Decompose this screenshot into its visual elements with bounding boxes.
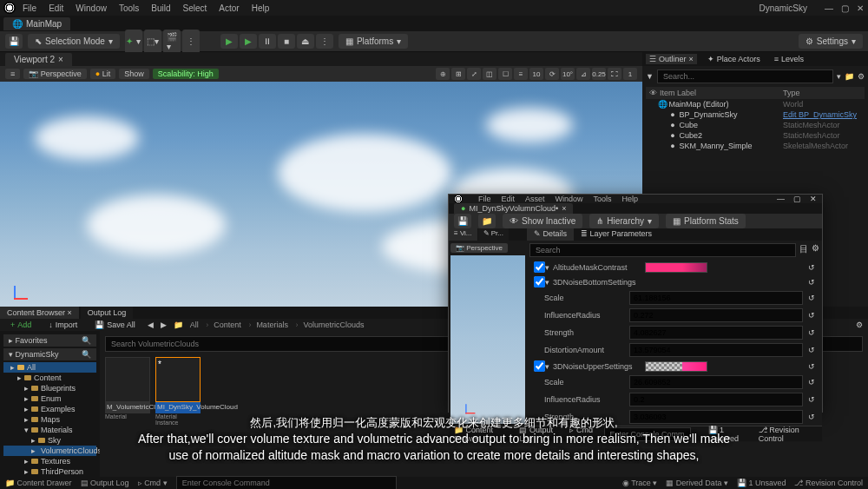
level-tab-mainmap[interactable]: 🌐 MainMap bbox=[3, 17, 70, 30]
save-button[interactable]: 💾 bbox=[454, 214, 471, 228]
reset-icon[interactable]: ↺ bbox=[808, 263, 815, 272]
breadcrumb-item[interactable]: All bbox=[190, 320, 209, 329]
reset-icon[interactable]: ↺ bbox=[803, 328, 815, 337]
tab-content-browser[interactable]: Content Browser × bbox=[0, 307, 79, 319]
reset-icon[interactable]: ↺ bbox=[803, 346, 815, 354]
gear-icon[interactable]: ⚙ bbox=[812, 243, 819, 257]
tab-outliner[interactable]: ☰ Outliner × bbox=[646, 54, 697, 64]
prop-checkbox[interactable] bbox=[534, 261, 545, 273]
preview-tab-pr[interactable]: ✎ Pr... bbox=[478, 228, 509, 241]
menu-build[interactable]: Build bbox=[151, 3, 170, 13]
reset-icon[interactable]: ↺ bbox=[808, 362, 815, 371]
reset-icon[interactable]: ↺ bbox=[808, 278, 815, 287]
add-content-button[interactable]: ✦▾ bbox=[125, 30, 142, 54]
vp-camera-speed[interactable]: ⛶ bbox=[608, 68, 621, 80]
color-swatch[interactable] bbox=[645, 262, 707, 273]
breadcrumb-item[interactable]: Content bbox=[214, 320, 251, 329]
show-inactive-button[interactable]: 👁 Show Inactive bbox=[503, 214, 582, 228]
outliner-search[interactable] bbox=[657, 69, 833, 83]
sequence-button[interactable]: ⋮ bbox=[182, 30, 200, 54]
maximize-icon[interactable]: ▢ bbox=[793, 195, 801, 203]
reset-icon[interactable]: ↺ bbox=[803, 395, 815, 404]
filter-icon[interactable]: ▼ bbox=[646, 72, 654, 81]
vp-tool-icon[interactable]: ☐ bbox=[498, 68, 512, 80]
stop-button[interactable]: ■ bbox=[278, 34, 295, 49]
pause-button[interactable]: ⏸ bbox=[259, 34, 276, 49]
menu-edit[interactable]: Edit bbox=[49, 3, 63, 13]
tree-item[interactable]: ▸Examples bbox=[3, 404, 96, 414]
outliner-row[interactable]: ● SKM_Manny_SimpleSkeletalMeshActor bbox=[646, 141, 865, 151]
browse-button[interactable]: 📁 bbox=[478, 214, 496, 228]
prop-group-label[interactable]: 3DNoiseUpperSettings bbox=[549, 362, 645, 371]
launch-button[interactable]: ⋮ bbox=[316, 34, 333, 49]
console-input[interactable] bbox=[176, 476, 397, 489]
outliner-row[interactable]: ● CubeStaticMeshActor bbox=[646, 120, 865, 130]
gear-icon[interactable]: ⚙ bbox=[856, 320, 863, 329]
play-button[interactable]: ▶ bbox=[220, 34, 238, 49]
nav-back-icon[interactable]: ◀ bbox=[148, 320, 154, 329]
vp-tool-icon[interactable]: ⊕ bbox=[436, 68, 450, 80]
derived-data-button[interactable]: ▦ Derived Data ▾ bbox=[666, 479, 728, 487]
marketplace-button[interactable]: ⬚▾ bbox=[144, 30, 161, 54]
menu-window[interactable]: Window bbox=[556, 195, 583, 203]
mode-selector[interactable]: ⬉ Selection Mode ▾ bbox=[28, 34, 120, 49]
tree-item[interactable]: ▸Maps bbox=[3, 414, 96, 425]
tree-item[interactable]: ▸Content bbox=[3, 373, 96, 383]
minimize-icon[interactable]: — bbox=[825, 3, 833, 12]
color-swatch[interactable] bbox=[645, 361, 707, 372]
favorites-section[interactable]: ▸ Favorites 🔍 bbox=[3, 334, 96, 347]
menu-help[interactable]: Help bbox=[252, 3, 270, 13]
col-type[interactable]: Type bbox=[783, 89, 861, 97]
platform-stats-button[interactable]: ▦ Platform Stats bbox=[666, 214, 746, 228]
tree-item[interactable]: ▸Sky bbox=[3, 435, 96, 446]
breadcrumb-item[interactable]: VolumetricClouds bbox=[303, 320, 369, 329]
menu-window[interactable]: Window bbox=[76, 3, 107, 13]
material-preview[interactable] bbox=[450, 255, 525, 424]
maximize-icon[interactable]: ▢ bbox=[840, 3, 849, 12]
save-button[interactable]: 💾 bbox=[5, 34, 23, 49]
tree-item[interactable]: ▸Textures bbox=[3, 456, 96, 466]
vp-scale-value[interactable]: 0.25 bbox=[592, 68, 606, 80]
menu-edit[interactable]: Edit bbox=[502, 195, 516, 203]
prop-checkbox[interactable] bbox=[534, 276, 545, 287]
prop-value-input[interactable] bbox=[629, 326, 803, 340]
platforms-button[interactable]: ▦ Platforms ▾ bbox=[339, 34, 408, 49]
menu-actor[interactable]: Actor bbox=[219, 3, 239, 13]
vp-scale-snap[interactable]: ⊿ bbox=[576, 68, 590, 80]
play-step-button[interactable]: ▶ bbox=[240, 34, 257, 49]
vp-grid-value[interactable]: 10 bbox=[529, 68, 543, 80]
project-section[interactable]: ▾ DynamicSky 🔍 bbox=[3, 348, 96, 360]
folder-icon[interactable]: 📁 bbox=[174, 320, 183, 329]
vp-tool-icon[interactable]: ⊞ bbox=[451, 68, 465, 80]
trace-button[interactable]: ◉ Trace ▾ bbox=[622, 479, 658, 487]
outliner-row[interactable]: ● Cube2StaticMeshActor bbox=[646, 130, 865, 141]
eject-button[interactable]: ⏏ bbox=[297, 34, 314, 49]
settings-button[interactable]: ⚙ Settings ▾ bbox=[799, 34, 863, 49]
settings-icon[interactable]: ▾ bbox=[837, 72, 841, 81]
vp-tool-icon[interactable]: ◫ bbox=[483, 68, 496, 80]
tree-item[interactable]: ▸All bbox=[3, 362, 96, 373]
blueprint-button[interactable]: 🎬▾ bbox=[163, 30, 181, 54]
prop-value-input[interactable] bbox=[629, 291, 803, 305]
menu-help[interactable]: Help bbox=[622, 195, 639, 203]
vp-tool-icon[interactable]: ⤢ bbox=[467, 68, 481, 80]
viewport-options[interactable]: ≡ bbox=[5, 69, 20, 79]
close-icon[interactable]: ✕ bbox=[856, 3, 865, 12]
revision-control-button[interactable]: ⎇ Revision Control bbox=[794, 479, 863, 487]
reset-icon[interactable]: ↺ bbox=[803, 294, 815, 302]
perspective-chip[interactable]: 📷 Perspective bbox=[450, 243, 508, 253]
content-drawer-button[interactable]: 📁 Content Drawer bbox=[5, 479, 72, 487]
vp-max[interactable]: 1 bbox=[623, 68, 637, 80]
reset-icon[interactable]: ↺ bbox=[803, 413, 815, 421]
reset-icon[interactable]: ↺ bbox=[803, 378, 815, 387]
tree-item[interactable]: ▾Materials bbox=[3, 425, 96, 435]
save-all-button[interactable]: 💾 Save All bbox=[89, 319, 141, 331]
tab-place-actors[interactable]: ✦ Place Actors bbox=[704, 54, 764, 64]
perspective-dropdown[interactable]: 📷 Perspective bbox=[23, 69, 87, 79]
col-label[interactable]: Item Label bbox=[660, 89, 783, 97]
menu-tools[interactable]: Tools bbox=[594, 195, 612, 203]
close-icon[interactable]: × bbox=[58, 55, 63, 64]
output-log-button[interactable]: ▤ Output Log bbox=[81, 479, 129, 487]
prop-value-input[interactable] bbox=[629, 343, 803, 357]
tab-layer-params[interactable]: ≣ Layer Parameters bbox=[574, 228, 659, 241]
